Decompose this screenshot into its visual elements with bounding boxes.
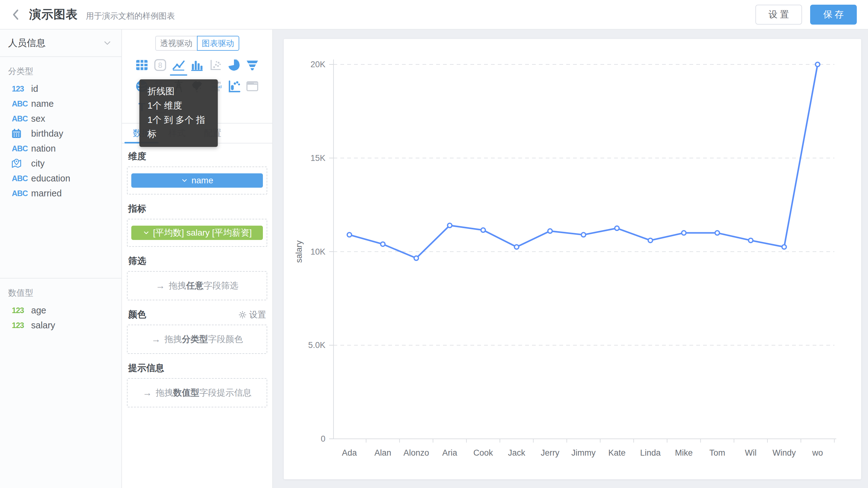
frame-table-icon[interactable] xyxy=(244,78,260,94)
metric-label: 指标 xyxy=(128,203,146,215)
metric-pill-label: [平均数] salary [平均薪资] xyxy=(153,227,252,239)
arrow-right-icon: → xyxy=(152,334,161,344)
tooltip-info-dropzone[interactable]: → 拖拽数值型字段提示信息 xyxy=(127,378,267,407)
field-label: id xyxy=(31,84,38,94)
field-section-title: 分类型 xyxy=(0,66,121,77)
field-row-age[interactable]: 123age xyxy=(0,303,121,318)
text-field-icon: ABC xyxy=(12,99,31,108)
tooltip-info-label: 提示信息 xyxy=(128,362,164,374)
chevron-down-icon xyxy=(143,229,150,237)
field-label: married xyxy=(31,188,62,199)
table-chart-icon[interactable] xyxy=(134,57,150,73)
svg-text:Linda: Linda xyxy=(640,448,661,458)
svg-text:5.0K: 5.0K xyxy=(308,340,326,350)
svg-text:salary: salary xyxy=(294,240,304,263)
field-label: nation xyxy=(31,144,56,154)
dimension-pill-name[interactable]: name xyxy=(131,173,263,188)
color-placeholder: → 拖拽分类型字段颜色 xyxy=(128,325,267,353)
field-row-name[interactable]: ABCname xyxy=(0,96,121,111)
field-row-salary[interactable]: 123salary xyxy=(0,318,121,333)
field-row-birthday[interactable]: birthday xyxy=(0,126,121,141)
svg-text:10K: 10K xyxy=(310,247,326,256)
line-chart-icon[interactable] xyxy=(170,57,187,73)
text-field-icon: ABC xyxy=(12,189,31,198)
svg-text:15K: 15K xyxy=(310,153,326,163)
line-chart[interactable]: 05.0K10K15K20KAdaAlanAlonzoAriaCookJackJ… xyxy=(284,39,861,479)
field-label: name xyxy=(31,99,54,109)
color-dropzone[interactable]: → 拖拽分类型字段颜色 xyxy=(127,325,267,354)
pie-chart-icon[interactable] xyxy=(226,57,242,73)
field-sections: 分类型123idABCnameABCsexbirthdayABCnationci… xyxy=(0,66,121,333)
bar-chart-icon[interactable] xyxy=(189,57,205,73)
calendar-icon xyxy=(10,128,22,140)
chart-type-tooltip: 折线图 1个 维度 1个 到 多个 指标 xyxy=(140,79,218,147)
field-row-education[interactable]: ABCeducation xyxy=(0,171,121,186)
field-label: sex xyxy=(31,114,45,124)
field-row-sex[interactable]: ABCsex xyxy=(0,111,121,126)
field-label: age xyxy=(31,305,46,315)
tooltip-dimension-rule: 1个 维度 xyxy=(148,99,210,113)
mode-toggle: 透视驱动 图表驱动 xyxy=(122,36,272,51)
gauge-chart-icon[interactable]: 8 xyxy=(152,57,168,73)
chart-canvas: 05.0K10K15K20KAdaAlanAlonzoAriaCookJackJ… xyxy=(273,30,868,488)
metric-dropzone[interactable]: [平均数] salary [平均薪资] xyxy=(127,219,267,247)
svg-text:Alan: Alan xyxy=(374,448,391,458)
save-button[interactable]: 保 存 xyxy=(810,5,857,25)
field-row-id[interactable]: 123id xyxy=(0,81,121,96)
field-label: birthday xyxy=(31,128,63,139)
dimension-label: 维度 xyxy=(128,150,146,163)
filter-placeholder: → 拖拽任意字段筛选 xyxy=(128,272,267,300)
field-label: salary xyxy=(31,320,55,331)
funnel-chart-icon[interactable] xyxy=(244,57,260,73)
field-row-nation[interactable]: ABCnation xyxy=(0,141,121,156)
field-section: 分类型123idABCnameABCsexbirthdayABCnationci… xyxy=(0,66,121,201)
svg-text:Jerry: Jerry xyxy=(541,448,559,458)
svg-text:Wil: Wil xyxy=(745,448,756,458)
filter-dropzone[interactable]: → 拖拽任意字段筛选 xyxy=(127,271,267,300)
svg-text:Kate: Kate xyxy=(608,448,626,458)
field-label: city xyxy=(31,158,45,169)
back-button[interactable] xyxy=(9,7,24,22)
field-label: education xyxy=(31,173,70,184)
tab-pivot-driven[interactable]: 透视驱动 xyxy=(155,36,197,51)
page-subtitle: 用于演示文档的样例图表 xyxy=(86,10,175,22)
arrow-right-icon: → xyxy=(156,280,165,291)
numeric-field-green-icon: 123 xyxy=(12,306,31,315)
filter-label: 筛选 xyxy=(128,255,146,267)
tooltip-metric-rule: 1个 到 多个 指标 xyxy=(148,113,210,142)
main-columns: 人员信息 分类型123idABCnameABCsexbirthdayABCnat… xyxy=(0,30,868,488)
empty-cell xyxy=(244,99,260,116)
field-section-title: 数值型 xyxy=(0,287,121,299)
svg-text:Windy: Windy xyxy=(773,448,796,458)
calendar-icon xyxy=(12,128,31,140)
metric-pill-salary[interactable]: [平均数] salary [平均薪资] xyxy=(131,226,263,240)
field-row-married[interactable]: ABCmarried xyxy=(0,186,121,201)
svg-text:Aria: Aria xyxy=(442,448,457,458)
field-row-city[interactable]: city xyxy=(0,156,121,171)
scatter-bar-combo-icon[interactable] xyxy=(226,78,242,94)
text-field-icon: ABC xyxy=(12,174,31,183)
svg-text:Tom: Tom xyxy=(709,448,725,458)
tab-chart-driven[interactable]: 图表驱动 xyxy=(197,36,239,51)
chevron-left-icon xyxy=(10,8,23,21)
text-field-icon: ABC xyxy=(12,114,31,123)
field-section: 数值型123age123salary xyxy=(0,278,121,333)
settings-button[interactable]: 设 置 xyxy=(755,5,802,25)
chart-card: 05.0K10K15K20KAdaAlanAlonzoAriaCookJackJ… xyxy=(284,39,861,479)
map-pin-icon xyxy=(10,157,22,169)
color-label: 颜色 xyxy=(128,308,146,321)
arrow-right-icon: → xyxy=(143,388,152,398)
empty-cell xyxy=(226,99,242,116)
numeric-field-blue-icon: 123 xyxy=(12,84,31,93)
header: 演示图表 用于演示文档的样例图表 设 置 保 存 xyxy=(0,0,868,30)
page-title: 演示图表 xyxy=(29,6,78,22)
svg-text:Jimmy: Jimmy xyxy=(571,448,596,458)
color-settings-button[interactable]: 设置 xyxy=(238,309,266,320)
dataset-name: 人员信息 xyxy=(8,37,45,50)
dimension-pill-label: name xyxy=(191,176,213,185)
color-settings-label: 设置 xyxy=(249,309,266,320)
dataset-selector[interactable]: 人员信息 xyxy=(0,30,121,57)
dataset-sidebar: 人员信息 分类型123idABCnameABCsexbirthdayABCnat… xyxy=(0,30,122,488)
dimension-dropzone[interactable]: name xyxy=(127,166,267,194)
scatter-chart-icon[interactable] xyxy=(208,57,224,73)
